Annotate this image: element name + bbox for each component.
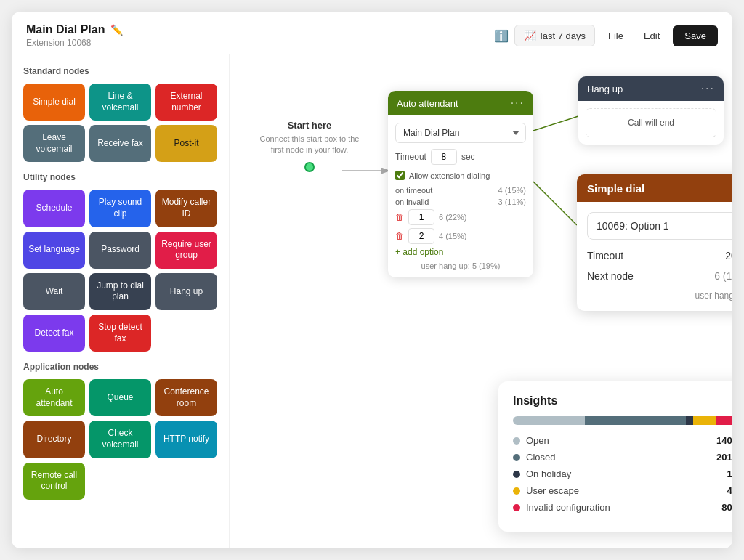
sd-user-hang: user hang up: 0 [587,291,732,301]
node-password[interactable]: Password [89,232,151,269]
application-nodes-title: Application nodes [23,362,217,372]
auto-attendant-menu[interactable]: ··· [511,97,525,110]
sidebar: Standard nodes Simple dial Line & voicem… [12,54,230,548]
escape-value: 43 (9%) [727,485,732,496]
node-conference-room[interactable]: Conference room [155,379,217,416]
closed-label-group: Closed [513,452,555,463]
closed-dot [513,454,520,461]
node-external-number[interactable]: External number [155,84,217,121]
simple-dial-next-row: Next node 6 (100%) [587,270,732,282]
pb-holiday [686,416,693,425]
header-title: Main Dial Plan ✏️ [26,23,123,36]
open-label: Open [526,435,549,446]
node-require-user-group[interactable]: Require user group [155,232,217,269]
node-remote-call-control[interactable]: Remote call control [23,463,85,500]
simple-dial-body: 10069: Option 1 Timeout 20 sec Next node… [577,202,732,311]
node-modify-caller-id[interactable]: Modify caller ID [155,190,217,227]
invalid-dot [513,504,520,511]
holiday-dot [513,471,520,478]
holiday-label-group: On holiday [513,468,571,479]
node-leave-voicemail[interactable]: Leave voicemail [23,125,85,162]
content: Standard nodes Simple dial Line & voicem… [12,54,732,548]
hang-up-menu[interactable]: ··· [701,82,715,95]
invalid-label: Invalid configuration [526,502,610,513]
timeout-input[interactable] [431,149,457,165]
auto-attendant-card: Auto attendant ··· Main Dial Plan Timeou… [388,91,533,277]
auto-attendant-user-hang: user hang up: 5 (19%) [395,261,526,270]
simple-dial-header: Simple dial ··· [577,174,732,202]
simple-dial-select[interactable]: 10069: Option 1 [587,212,732,240]
node-stop-detect-fax[interactable]: Stop detect fax [89,315,151,352]
header-left: Main Dial Plan ✏️ Extension 10068 [26,23,123,48]
timeout-unit: sec [461,152,475,162]
hang-up-title: Hang up [587,84,623,94]
file-button[interactable]: File [601,26,631,46]
save-button[interactable]: Save [673,25,718,46]
allow-extension-checkbox[interactable] [395,171,405,180]
escape-label-group: User escape [513,485,579,496]
on-timeout-count: 4 (15%) [498,186,526,195]
on-invalid-count: 3 (11%) [498,198,526,206]
simple-dial-title: Simple dial [587,182,644,195]
node-set-language[interactable]: Set language [23,232,85,269]
open-label-group: Open [513,435,549,446]
insights-row-open: Open 140 (29%) [513,435,732,446]
start-box-label: Start here [259,120,360,131]
last7days-button[interactable]: 📈 last 7 days [514,25,595,46]
insights-row-closed: Closed 201 (41%) [513,452,732,463]
node-line-voicemail[interactable]: Line & voicemail [89,84,151,121]
pb-escape [693,416,716,425]
node-directory[interactable]: Directory [23,421,85,458]
auto-attendant-body: Main Dial Plan Timeout sec Allow extensi… [388,115,533,277]
closed-label: Closed [526,452,555,463]
dial-plan-select[interactable]: Main Dial Plan [395,123,526,143]
timeout-row: Timeout sec [395,149,526,165]
holiday-label: On holiday [526,468,571,479]
insights-title: Insights [513,394,732,407]
node-http-notify[interactable]: HTTP notify [155,421,217,458]
node-receive-fax[interactable]: Receive fax [89,125,151,162]
start-box-desc: Connect this start box to the first node… [259,134,360,156]
node-jump-to-dial-plan[interactable]: Jump to dial plan [89,273,151,310]
node-play-sound-clip[interactable]: Play sound clip [89,190,151,227]
sd-timeout-value: 20 sec [725,250,732,261]
node-hang-up-utility[interactable]: Hang up [155,273,217,310]
delete-digit1-icon[interactable]: 🗑 [395,212,404,222]
start-box: Start here Connect this start box to the… [259,120,360,172]
hang-up-card: Hang up ··· Call will end [578,76,724,145]
last7days-label: last 7 days [541,31,586,41]
pb-closed [585,416,686,425]
standard-nodes-grid: Simple dial Line & voicemail External nu… [23,84,217,162]
insights-row-escape: User escape 43 (9%) [513,485,732,496]
timeout-label: Timeout [395,152,426,162]
canvas: Start here Connect this start box to the… [230,54,732,548]
digit2-count: 4 (15%) [439,232,467,240]
edit-button[interactable]: Edit [636,26,667,46]
allow-extension-label: Allow extension dialing [409,171,490,180]
utility-nodes-grid: Schedule Play sound clip Modify caller I… [23,190,217,352]
add-option-button[interactable]: + add option [395,247,526,257]
edit-title-icon[interactable]: ✏️ [110,24,123,36]
node-wait[interactable]: Wait [23,273,85,310]
holiday-value: 16 (3%) [727,468,732,479]
node-simple-dial[interactable]: Simple dial [23,84,85,121]
node-detect-fax[interactable]: Detect fax [23,315,85,352]
digit1-input[interactable] [408,209,434,225]
pb-invalid [716,416,732,425]
delete-digit2-icon[interactable]: 🗑 [395,231,404,241]
extension-label: Extension 10068 [26,38,123,48]
chart-icon: 📈 [524,30,536,41]
node-auto-attendant[interactable]: Auto attendant [23,379,85,416]
digit2-input[interactable] [408,228,434,244]
node-check-voicemail[interactable]: Check voicemail [89,421,151,458]
node-queue[interactable]: Queue [89,379,151,416]
node-schedule[interactable]: Schedule [23,190,85,227]
standard-nodes-title: Standard nodes [23,66,217,76]
open-value: 140 (29%) [716,435,732,446]
info-button[interactable]: ℹ️ [494,29,509,43]
sd-next-value: 6 (100%) [714,270,732,282]
svg-line-1 [533,116,578,131]
node-post-it[interactable]: Post-it [155,125,217,162]
header-right: ℹ️ 📈 last 7 days File Edit Save [494,25,718,46]
sd-timeout-number: 20 [725,250,732,261]
